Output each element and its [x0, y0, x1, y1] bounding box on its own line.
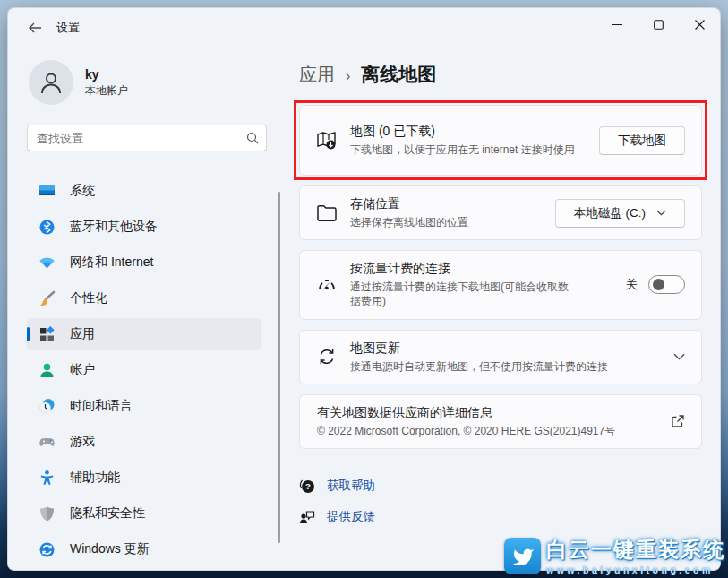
download-maps-button[interactable]: 下载地图 — [599, 126, 685, 155]
search-box[interactable] — [27, 125, 267, 151]
sidebar: ky 本地帐户 系统 蓝牙和其他设备 — [8, 47, 271, 571]
sidebar-nav: 系统 蓝牙和其他设备 网络和 Internet 个性化 — [27, 175, 271, 565]
accounts-icon — [39, 362, 56, 379]
sidebar-item-time-language[interactable]: 时间和语言 — [27, 390, 261, 422]
dropdown-value: 本地磁盘 (C:) — [574, 205, 646, 221]
breadcrumb: 应用 › 离线地图 — [299, 62, 720, 87]
svg-text:?: ? — [305, 481, 311, 491]
sidebar-item-label: 网络和 Internet — [70, 254, 153, 271]
red-highlight-box: 地图 (0 已下载) 下载地图，以便于应用在无 internet 连接时使用 下… — [294, 100, 707, 180]
card-title: 有关地图数据供应商的详细信息 — [317, 405, 671, 421]
get-help-icon: ? — [299, 478, 315, 494]
titlebar: 设置 — [8, 8, 720, 47]
watermark: 白云一键重装系统 www.baiyunxitong.com — [504, 536, 725, 575]
bird-icon — [510, 544, 535, 568]
sidebar-item-accounts[interactable]: 帐户 — [27, 354, 261, 386]
bluetooth-icon — [39, 219, 56, 236]
give-feedback-icon — [299, 509, 315, 525]
card-title: 按流量计费的连接 — [350, 261, 626, 277]
user-name: ky — [85, 67, 128, 82]
avatar — [29, 60, 73, 105]
sidebar-item-label: 辅助功能 — [70, 470, 120, 486]
sidebar-item-apps[interactable]: 应用 — [27, 318, 261, 350]
sidebar-item-personalization[interactable]: 个性化 — [27, 282, 261, 315]
sync-icon — [316, 346, 338, 367]
toggle-knob — [653, 279, 664, 290]
map-download-icon — [316, 129, 338, 152]
sidebar-item-privacy[interactable]: 隐私和安全性 — [27, 497, 261, 530]
sidebar-item-label: 时间和语言 — [70, 398, 133, 414]
card-storage-location: 存储位置 选择保存离线地图的位置 本地磁盘 (C:) — [299, 185, 702, 240]
back-arrow-icon — [29, 22, 42, 33]
give-feedback-label[interactable]: 提供反馈 — [327, 509, 375, 525]
window-title: 设置 — [56, 20, 80, 36]
card-description: 接通电源时自动更新地图，但不使用按流量计费的连接 — [350, 359, 672, 374]
user-profile[interactable]: ky 本地帐户 — [29, 60, 271, 105]
time-language-icon — [39, 398, 56, 415]
card-description: 选择保存离线地图的位置 — [350, 215, 555, 229]
privacy-icon — [39, 505, 56, 522]
metered-connection-toggle[interactable] — [648, 275, 685, 294]
help-links: ? 获取帮助 提供反馈 — [299, 478, 720, 525]
card-maps-download: 地图 (0 已下载) 下载地图，以便于应用在无 internet 连接时使用 下… — [299, 105, 702, 176]
external-link-icon[interactable] — [671, 414, 685, 428]
get-help-link[interactable]: ? 获取帮助 — [299, 478, 720, 494]
get-help-label[interactable]: 获取帮助 — [327, 478, 375, 494]
watermark-url: www.baiyunxitong.com — [546, 565, 725, 575]
card-map-updates[interactable]: 地图更新 接通电源时自动更新地图，但不使用按流量计费的连接 — [299, 330, 702, 384]
breadcrumb-parent[interactable]: 应用 — [299, 63, 335, 87]
windows-update-icon — [39, 541, 56, 558]
card-description: © 2022 Microsoft Corporation, © 2020 HER… — [317, 424, 671, 438]
sidebar-item-label: 帐户 — [70, 362, 95, 378]
expand-chevron-icon[interactable] — [673, 353, 685, 360]
storage-drive-dropdown[interactable]: 本地磁盘 (C:) — [555, 199, 685, 228]
user-account-type: 本地帐户 — [85, 83, 128, 99]
search-input[interactable] — [37, 132, 246, 145]
apps-icon — [39, 326, 56, 343]
close-button[interactable] — [679, 8, 720, 40]
maximize-button[interactable] — [638, 8, 679, 40]
desktop-background: 设置 ky 本地帐户 — [0, 0, 728, 578]
sidebar-item-network[interactable]: 网络和 Internet — [27, 246, 261, 279]
sidebar-item-label: 系统 — [70, 183, 95, 199]
card-metered-connections: 按流量计费的连接 通过按流量计费的连接下载地图(可能会收取数据费用) 关 — [299, 250, 702, 319]
page-title: 离线地图 — [361, 62, 436, 87]
sidebar-item-label: 应用 — [70, 326, 95, 342]
toggle-state-label: 关 — [626, 277, 638, 293]
sidebar-item-label: 游戏 — [70, 434, 95, 450]
metered-connection-icon — [316, 274, 338, 296]
settings-window: 设置 ky 本地帐户 — [7, 7, 721, 571]
network-icon — [39, 254, 56, 272]
search-icon — [246, 132, 259, 144]
sidebar-item-label: 蓝牙和其他设备 — [70, 219, 158, 235]
chevron-down-icon — [656, 210, 666, 216]
watermark-bird-logo-icon — [504, 538, 541, 574]
card-description: 下载地图，以便于应用在无 internet 连接时使用 — [350, 142, 578, 157]
sidebar-scrollbar[interactable] — [278, 192, 280, 543]
sidebar-item-system[interactable]: 系统 — [27, 175, 261, 207]
watermark-title: 白云一键重装系统 — [546, 536, 725, 564]
sidebar-item-bluetooth[interactable]: 蓝牙和其他设备 — [27, 211, 261, 243]
minimize-button[interactable] — [596, 8, 638, 40]
sidebar-item-gaming[interactable]: 游戏 — [27, 426, 261, 458]
sidebar-item-label: 隐私和安全性 — [70, 505, 145, 522]
breadcrumb-separator: › — [346, 68, 350, 84]
give-feedback-link[interactable]: 提供反馈 — [299, 509, 720, 525]
sidebar-item-label: Windows 更新 — [70, 541, 150, 557]
person-icon — [39, 70, 64, 95]
system-icon — [39, 183, 56, 200]
back-button[interactable] — [21, 15, 49, 40]
sidebar-item-windows-update[interactable]: Windows 更新 — [27, 533, 261, 565]
maximize-icon — [654, 20, 664, 30]
card-title: 地图更新 — [350, 341, 673, 357]
card-title: 地图 (0 已下载) — [350, 124, 599, 140]
card-description: 通过按流量计费的连接下载地图(可能会收取数据费用) — [350, 280, 578, 308]
accessibility-icon — [39, 470, 56, 487]
sidebar-item-accessibility[interactable]: 辅助功能 — [27, 462, 261, 494]
card-title: 存储位置 — [350, 196, 555, 212]
main-content: 应用 › 离线地图 地图 (0 已下载) 下载地图，以便于应用在无 intern… — [271, 47, 720, 571]
sidebar-item-label: 个性化 — [70, 290, 107, 306]
minimize-icon — [612, 20, 622, 30]
card-map-data-providers[interactable]: 有关地图数据供应商的详细信息 © 2022 Microsoft Corporat… — [299, 394, 702, 449]
folder-icon — [316, 203, 338, 223]
